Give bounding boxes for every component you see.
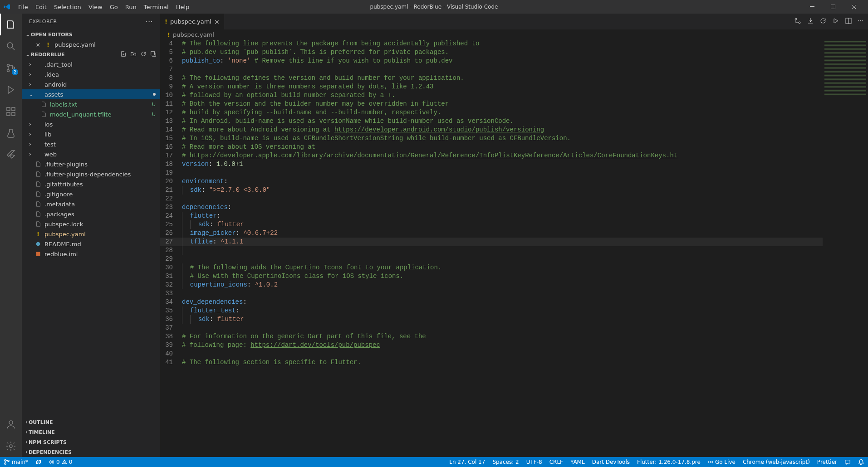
activity-search[interactable]	[0, 35, 22, 57]
folder-web[interactable]: ›web	[22, 149, 160, 159]
folder--dart-tool[interactable]: ›.dart_tool	[22, 59, 160, 69]
menu-edit[interactable]: Edit	[32, 2, 50, 12]
minimize-button[interactable]	[802, 0, 823, 14]
editor-line[interactable]: 4# The following line prevents the packa…	[160, 39, 823, 48]
new-file-icon[interactable]	[120, 51, 127, 58]
file--packages[interactable]: .packages	[22, 209, 160, 219]
menu-view[interactable]: View	[85, 2, 106, 12]
open-editor-item[interactable]: × ! pubspec.yaml	[22, 39, 160, 49]
section-outline[interactable]: › OUTLINE	[22, 417, 160, 427]
status-devtools[interactable]: Dart DevTools	[588, 459, 633, 465]
editor-line[interactable]: 6publish_to: 'none' # Remove this line i…	[160, 57, 823, 65]
status-cursor[interactable]: Ln 27, Col 17	[446, 459, 489, 465]
file--gitignore[interactable]: .gitignore	[22, 189, 160, 199]
editor-line[interactable]: 25 sdk: flutter	[160, 220, 823, 229]
activity-settings[interactable]	[0, 435, 22, 457]
file-labels-txt[interactable]: labels.txtU	[22, 99, 160, 109]
editor-line[interactable]: 35 flutter_test:	[160, 306, 823, 315]
maximize-button[interactable]	[823, 0, 843, 14]
editor-line[interactable]: 5# pub.dev using `pub publish`. This is …	[160, 48, 823, 57]
file--flutter-plugins-dependencies[interactable]: .flutter-plugins-dependencies	[22, 169, 160, 179]
editor-line[interactable]: 30 # The following adds the Cupertino Ic…	[160, 263, 823, 272]
editor-line[interactable]: 41# The following section is specific to…	[160, 358, 823, 367]
editor-line[interactable]: 22	[160, 195, 823, 203]
section-npm-scripts[interactable]: › NPM SCRIPTS	[22, 437, 160, 447]
status-chrome[interactable]: Chrome (web-javascript)	[739, 459, 814, 465]
code-editor[interactable]: 4# The following line prevents the packa…	[160, 39, 823, 457]
menu-run[interactable]: Run	[122, 2, 140, 12]
section-open-editors[interactable]: ⌄ OPEN EDITORS	[22, 29, 160, 39]
menu-terminal[interactable]: Terminal	[140, 2, 172, 12]
collapse-all-icon[interactable]	[150, 51, 157, 58]
status-language[interactable]: YAML	[567, 459, 588, 465]
editor-line[interactable]: 33	[160, 289, 823, 298]
close-icon[interactable]: ×	[34, 41, 42, 48]
status-spaces[interactable]: Spaces: 2	[489, 459, 522, 465]
section-timeline[interactable]: › TIMELINE	[22, 427, 160, 437]
editor-line[interactable]: 36 sdk: flutter	[160, 315, 823, 324]
file--gitattributes[interactable]: .gitattributes	[22, 179, 160, 189]
editor-line[interactable]: 24 flutter:	[160, 212, 823, 220]
download-icon[interactable]	[807, 17, 814, 26]
file-model-unquant-tflite[interactable]: model_unquant.tfliteU	[22, 109, 160, 119]
editor-line[interactable]: 38# For information on the generic Dart …	[160, 332, 823, 341]
editor-line[interactable]: 15# In iOS, build-name is used as CFBund…	[160, 134, 823, 143]
status-eol[interactable]: CRLF	[546, 459, 567, 465]
breadcrumb[interactable]: ! pubspec.yaml	[160, 29, 868, 39]
file--flutter-plugins[interactable]: .flutter-plugins	[22, 159, 160, 169]
activity-explorer[interactable]	[0, 14, 22, 35]
status-prettier[interactable]: Prettier	[814, 459, 841, 465]
editor-line[interactable]: 14# Read more about Android versioning a…	[160, 126, 823, 134]
editor-line[interactable]: 16# Read more about iOS versioning at	[160, 143, 823, 151]
more-icon[interactable]: ⋯	[858, 17, 863, 26]
editor-line[interactable]: 9# A version number is three numbers sep…	[160, 83, 823, 91]
editor-line[interactable]: 20environment:	[160, 177, 823, 186]
close-icon[interactable]: ×	[214, 18, 220, 25]
refresh-icon[interactable]	[819, 17, 827, 26]
status-flutter[interactable]: Flutter: 1.26.0-17.8.pre	[633, 459, 704, 465]
new-folder-icon[interactable]	[130, 51, 137, 58]
close-button[interactable]	[843, 0, 864, 14]
status-bell[interactable]	[854, 459, 868, 465]
section-dependencies[interactable]: › DEPENDENCIES	[22, 447, 160, 457]
activity-run-debug[interactable]	[0, 79, 22, 101]
menu-file[interactable]: File	[15, 2, 32, 12]
menu-go[interactable]: Go	[106, 2, 122, 12]
editor-line[interactable]: 40	[160, 350, 823, 358]
editor-line[interactable]: 28	[160, 246, 823, 255]
activity-source-control[interactable]: 2	[0, 57, 22, 79]
run-icon[interactable]	[832, 17, 839, 26]
minimap[interactable]	[823, 39, 868, 457]
editor-line[interactable]: 10# followed by an optional build number…	[160, 91, 823, 100]
status-problems[interactable]: 0 0	[45, 459, 76, 465]
folder-test[interactable]: ›test	[22, 139, 160, 149]
compare-changes-icon[interactable]	[794, 17, 801, 26]
activity-testing[interactable]	[0, 122, 22, 144]
folder--idea[interactable]: ›.idea	[22, 69, 160, 79]
editor-line[interactable]: 19	[160, 169, 823, 177]
status-golive[interactable]: Go Live	[704, 459, 739, 465]
file-readme-md[interactable]: README.md	[22, 239, 160, 249]
editor-line[interactable]: 29	[160, 255, 823, 263]
activity-extensions[interactable]	[0, 101, 22, 122]
editor-line[interactable]: 26 image_picker: ^0.6.7+22	[160, 229, 823, 238]
editor-line[interactable]: 23dependencies:	[160, 203, 823, 212]
editor-line[interactable]: 37	[160, 324, 823, 332]
activity-accounts[interactable]	[0, 413, 22, 435]
status-sync[interactable]	[32, 459, 45, 465]
editor-line[interactable]: 34dev_dependencies:	[160, 298, 823, 306]
editor-line[interactable]: 17# https://developer.apple.com/library/…	[160, 151, 823, 160]
menu-selection[interactable]: Selection	[50, 2, 85, 12]
sidebar-more-icon[interactable]: ⋯	[146, 17, 153, 26]
editor-line[interactable]: 11# Both the version and the builder num…	[160, 100, 823, 108]
editor-line[interactable]: 32 cupertino_icons: ^1.0.2	[160, 281, 823, 289]
editor-line[interactable]: 21 sdk: ">=2.7.0 <3.0.0"	[160, 186, 823, 195]
status-encoding[interactable]: UTF-8	[523, 459, 546, 465]
refresh-icon[interactable]	[140, 51, 147, 58]
editor-line[interactable]: 8# The following defines the version and…	[160, 74, 823, 83]
file-pubspec-yaml[interactable]: !pubspec.yaml	[22, 229, 160, 239]
editor-line[interactable]: 18version: 1.0.0+1	[160, 160, 823, 169]
editor-line[interactable]: 7	[160, 65, 823, 74]
folder-ios[interactable]: ›ios	[22, 119, 160, 129]
activity-flutter[interactable]	[0, 144, 22, 166]
